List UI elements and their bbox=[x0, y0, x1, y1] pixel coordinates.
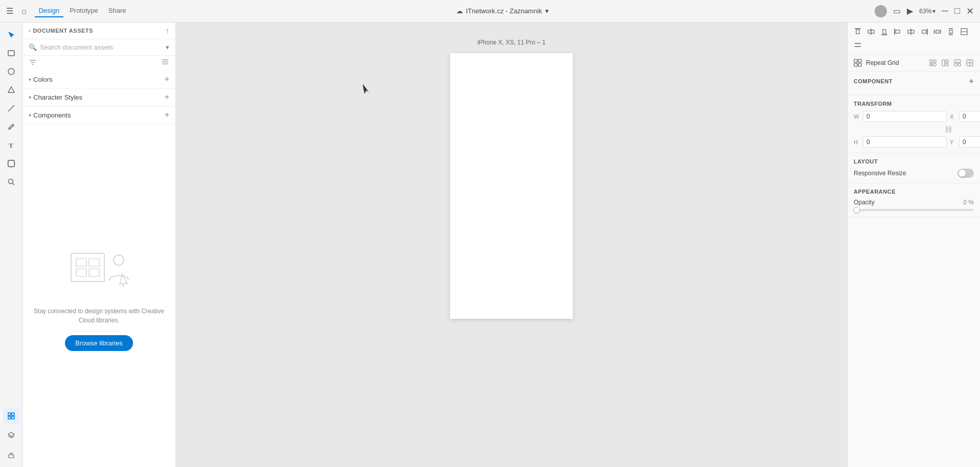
tab-share[interactable]: Share bbox=[104, 5, 130, 17]
search-dropdown-icon[interactable]: ▾ bbox=[166, 43, 169, 51]
empty-description: Stay connected to design systems with Cr… bbox=[31, 307, 167, 325]
title-bar[interactable]: ☁ ITnetwork.cz - Zaznamnik ▾ bbox=[456, 7, 549, 15]
appearance-section-title: APPEARANCE bbox=[854, 189, 974, 195]
ellipse-tool[interactable] bbox=[3, 63, 19, 80]
minimize-button[interactable]: ─ bbox=[942, 6, 948, 16]
svg-rect-44 bbox=[936, 30, 939, 33]
rectangle-tool[interactable] bbox=[3, 45, 19, 61]
tab-prototype[interactable]: Prototype bbox=[65, 5, 102, 17]
rg-action-3[interactable] bbox=[952, 58, 963, 68]
plugins-panel-button[interactable] bbox=[3, 447, 19, 463]
panel-back-icon[interactable]: ‹ bbox=[29, 28, 31, 34]
y-input[interactable] bbox=[959, 136, 980, 148]
x-input[interactable] bbox=[959, 111, 980, 122]
text-tool[interactable]: T bbox=[3, 137, 19, 153]
tab-design[interactable]: Design bbox=[35, 5, 63, 17]
search-input[interactable] bbox=[40, 43, 163, 51]
artboard-tool[interactable] bbox=[3, 155, 19, 172]
width-input[interactable] bbox=[863, 111, 947, 122]
appearance-section: APPEARANCE Opacity 0 % bbox=[848, 183, 980, 217]
add-component-icon[interactable]: + bbox=[165, 110, 169, 120]
svg-rect-47 bbox=[949, 30, 952, 33]
link-proportions-icon[interactable]: ⛓ bbox=[945, 125, 952, 133]
svg-rect-28 bbox=[89, 269, 99, 276]
x-label: X bbox=[950, 113, 957, 120]
pen-tool[interactable] bbox=[3, 119, 19, 135]
polygon-tool[interactable] bbox=[3, 82, 19, 98]
artboard[interactable] bbox=[450, 53, 573, 319]
svg-rect-24 bbox=[71, 253, 104, 282]
transform-link-divider: ⛓ bbox=[854, 125, 980, 133]
upload-icon[interactable]: ↑ bbox=[166, 27, 169, 35]
align-bottom-button[interactable] bbox=[878, 26, 890, 38]
empty-illustration bbox=[63, 241, 135, 298]
svg-rect-62 bbox=[946, 63, 948, 66]
align-center-h-button[interactable] bbox=[905, 26, 917, 38]
svg-rect-59 bbox=[933, 63, 936, 66]
svg-rect-13 bbox=[12, 413, 14, 415]
align-top-button[interactable] bbox=[852, 26, 864, 38]
colors-chevron-icon: ▾ bbox=[29, 77, 31, 82]
add-color-icon[interactable]: + bbox=[165, 75, 169, 84]
distribute-h-button[interactable] bbox=[931, 26, 944, 38]
topbar: ☰ ⌂ Design Prototype Share ☁ ITnetwork.c… bbox=[0, 0, 980, 22]
svg-rect-5 bbox=[8, 160, 14, 167]
height-label: H bbox=[854, 139, 861, 145]
components-section-header[interactable]: ▾ Components + bbox=[23, 106, 175, 124]
align-extra-1[interactable] bbox=[958, 26, 970, 38]
svg-rect-64 bbox=[954, 63, 957, 66]
svg-rect-31 bbox=[856, 30, 859, 34]
height-input[interactable] bbox=[863, 136, 947, 148]
rg-action-2[interactable] bbox=[940, 58, 950, 68]
svg-rect-63 bbox=[954, 60, 961, 62]
add-component-btn[interactable]: + bbox=[969, 77, 974, 86]
add-character-style-icon[interactable]: + bbox=[165, 92, 169, 102]
maximize-button[interactable]: □ bbox=[954, 6, 960, 16]
device-icon[interactable]: ▭ bbox=[893, 6, 901, 16]
canvas[interactable]: iPhone X, XS, 11 Pro – 1 bbox=[176, 22, 847, 467]
project-title: ITnetwork.cz - Zaznamnik bbox=[466, 7, 542, 15]
select-tool[interactable] bbox=[3, 27, 19, 43]
repeat-grid-bar: Repeat Grid bbox=[848, 55, 980, 72]
topbar-left: ☰ ⌂ Design Prototype Share bbox=[6, 5, 130, 17]
svg-point-29 bbox=[114, 255, 124, 265]
align-left-button[interactable] bbox=[892, 26, 904, 38]
character-styles-section-header[interactable]: ▾ Character Styles + bbox=[23, 88, 175, 106]
svg-rect-15 bbox=[12, 416, 14, 419]
components-title: ▾ Components bbox=[29, 111, 71, 119]
character-styles-section: ▾ Character Styles + bbox=[23, 88, 175, 106]
colors-section-header[interactable]: ▾ Colors + bbox=[23, 71, 175, 88]
assets-panel-button[interactable] bbox=[3, 408, 19, 424]
home-icon[interactable]: ⌂ bbox=[21, 7, 27, 16]
layers-panel-button[interactable] bbox=[3, 427, 19, 443]
opacity-thumb[interactable] bbox=[854, 207, 860, 213]
responsive-resize-switch[interactable] bbox=[957, 169, 974, 178]
svg-rect-58 bbox=[930, 63, 932, 66]
left-toolbar: T bbox=[0, 22, 23, 467]
rg-action-1[interactable] bbox=[928, 58, 938, 68]
line-tool[interactable] bbox=[3, 100, 19, 116]
rg-action-4[interactable] bbox=[965, 58, 975, 68]
opacity-slider[interactable] bbox=[854, 209, 974, 211]
search-bar: 🔍 ▾ bbox=[23, 39, 175, 56]
character-styles-title: ▾ Character Styles bbox=[29, 94, 82, 101]
avatar[interactable] bbox=[875, 5, 887, 17]
transform-section-title: TRANSFORM bbox=[854, 101, 974, 107]
align-middle-v-button[interactable] bbox=[865, 26, 877, 38]
browse-libraries-button[interactable]: Browse libraries bbox=[65, 335, 132, 351]
align-right-button[interactable] bbox=[918, 26, 930, 38]
y-label: Y bbox=[950, 139, 957, 145]
distribute-v-button[interactable] bbox=[945, 26, 957, 38]
zoom-control[interactable]: 63% ▾ bbox=[919, 8, 936, 15]
repeat-grid-actions bbox=[928, 58, 975, 68]
close-button[interactable]: ✕ bbox=[966, 6, 974, 17]
play-icon[interactable]: ▶ bbox=[907, 6, 913, 16]
search-tool[interactable] bbox=[3, 174, 19, 190]
svg-rect-35 bbox=[883, 30, 886, 34]
list-view-icon[interactable] bbox=[161, 59, 169, 67]
align-extra-2[interactable] bbox=[852, 39, 864, 51]
y-field: Y bbox=[950, 136, 980, 148]
filter-icon[interactable] bbox=[29, 59, 37, 67]
menu-icon[interactable]: ☰ bbox=[6, 6, 13, 16]
svg-rect-65 bbox=[958, 63, 961, 66]
